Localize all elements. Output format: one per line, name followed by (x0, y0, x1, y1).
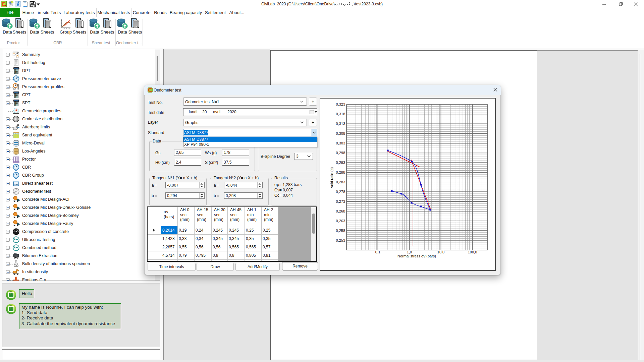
svg-text:Void ratio (e): Void ratio (e) (330, 167, 334, 188)
svg-text:0,1: 0,1 (375, 250, 380, 254)
svg-text:0,303: 0,303 (336, 141, 345, 145)
svg-text:0,273: 0,273 (336, 199, 345, 203)
svg-text:0,298: 0,298 (336, 151, 345, 155)
svg-text:0,308: 0,308 (336, 131, 345, 135)
svg-text:0,253: 0,253 (336, 238, 345, 242)
svg-text:100,0: 100,0 (468, 250, 477, 254)
svg-text:0,323: 0,323 (336, 102, 345, 106)
svg-text:0,263: 0,263 (336, 219, 345, 223)
svg-text:0,293: 0,293 (336, 161, 345, 165)
svg-text:10,0: 10,0 (437, 250, 444, 254)
svg-text:0,278: 0,278 (336, 190, 345, 194)
svg-text:Normal stress σv (bars): Normal stress σv (bars) (397, 254, 436, 258)
svg-text:0,288: 0,288 (336, 170, 345, 174)
svg-text:0,318: 0,318 (336, 112, 345, 116)
svg-text:0,313: 0,313 (336, 122, 345, 126)
svg-text:1,0: 1,0 (407, 250, 412, 254)
svg-text:0,258: 0,258 (336, 229, 345, 233)
svg-text:0,283: 0,283 (336, 180, 345, 184)
svg-text:0,268: 0,268 (336, 209, 345, 213)
